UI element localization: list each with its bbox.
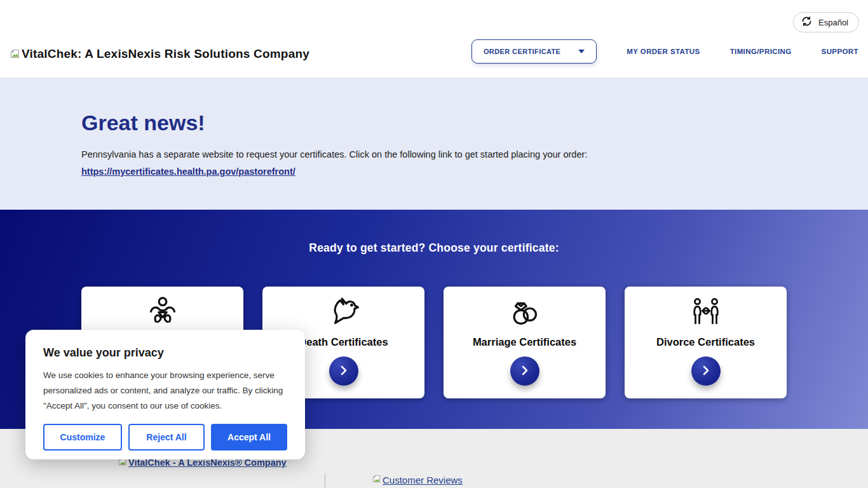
card-label: Divorce Certificates <box>625 336 787 348</box>
chevron-right-icon <box>519 365 531 378</box>
language-toggle-button[interactable]: Español <box>793 12 859 32</box>
divorce-certificates-go-button[interactable] <box>691 356 721 386</box>
reject-all-button[interactable]: Reject All <box>128 424 205 451</box>
baby-icon <box>146 295 180 330</box>
header: Español VitalChek: A LexisNexis Risk Sol… <box>0 0 868 78</box>
chevron-right-icon <box>700 365 712 378</box>
death-certificates-go-button[interactable] <box>329 356 358 386</box>
card-marriage-certificates[interactable]: Marriage Certificates <box>444 287 606 398</box>
cookie-dialog-buttons: Customize Reject All Accept All <box>43 424 287 451</box>
marriage-certificates-go-button[interactable] <box>510 356 539 386</box>
customize-button[interactable]: Customize <box>43 424 122 451</box>
order-certificate-label: ORDER CERTIFICATE <box>484 48 560 55</box>
page: Español VitalChek: A LexisNexis Risk Sol… <box>0 0 868 488</box>
language-label: Español <box>818 18 848 27</box>
notice-body: Pennsylvania has a separate website to r… <box>81 149 587 159</box>
footer-divider <box>325 473 325 488</box>
logo[interactable]: VitalChek: A LexisNexis Risk Solutions C… <box>10 47 309 62</box>
cookie-dialog-message: We use cookies to enhance your browsing … <box>43 368 285 414</box>
chevron-right-icon <box>338 365 349 378</box>
logo-alt-text: VitalChek: A LexisNexis Risk Solutions C… <box>22 47 309 61</box>
notice-title: Great news! <box>81 111 205 135</box>
pa-storefront-link[interactable]: https://mycertificates.health.pa.gov/pas… <box>81 166 295 177</box>
broken-image-icon <box>372 474 381 485</box>
cookie-dialog-title: We value your privacy <box>43 346 287 360</box>
accept-all-button[interactable]: Accept All <box>211 424 287 451</box>
nav-my-order-status[interactable]: MY ORDER STATUS <box>627 48 700 55</box>
customer-reviews-link[interactable]: Customer Reviews <box>372 474 463 485</box>
broken-image-icon <box>10 48 20 62</box>
divorce-icon <box>689 295 723 330</box>
cookie-consent-dialog: We value your privacy We use cookies to … <box>25 330 305 459</box>
hero-heading: Ready to get started? Choose your certif… <box>0 241 868 255</box>
customer-reviews-label: Customer Reviews <box>383 475 463 485</box>
card-label: Marriage Certificates <box>444 336 606 348</box>
nav-support[interactable]: SUPPORT <box>822 48 858 55</box>
dove-icon <box>327 295 361 330</box>
order-certificate-dropdown[interactable]: ORDER CERTIFICATE <box>471 39 597 64</box>
main-nav: ORDER CERTIFICATE MY ORDER STATUS TIMING… <box>471 39 858 64</box>
refresh-icon <box>801 16 812 29</box>
caret-down-icon <box>578 50 585 53</box>
nav-timing-pricing[interactable]: TIMING/PRICING <box>730 48 792 55</box>
rings-icon <box>508 295 542 330</box>
card-divorce-certificates[interactable]: Divorce Certificates <box>625 287 787 398</box>
notice-section: Great news! Pennsylvania has a separate … <box>0 78 868 210</box>
